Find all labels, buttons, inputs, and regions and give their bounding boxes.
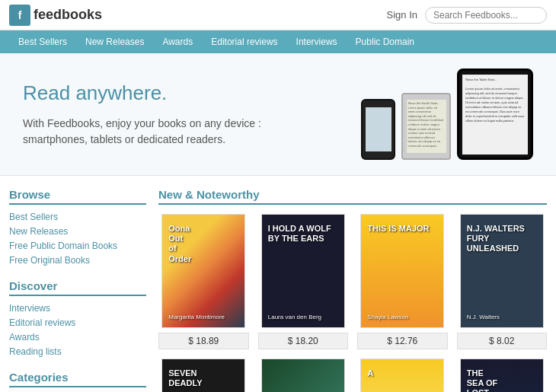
browse-link[interactable]: Free Public Domain Books	[9, 241, 117, 251]
book-cover: SEVEN DEADLY	[161, 359, 245, 392]
book-price: $ 18.89	[158, 333, 249, 349]
book-cover-author: Shayla Lawson	[364, 311, 440, 324]
hero-description: With Feedbooks, enjoy your books on any …	[23, 116, 361, 148]
book-cover-title: A	[364, 365, 440, 381]
book-cover-author: Margarita Montimore	[165, 311, 241, 324]
book-card[interactable]: N.J. WALTERS FURY UNLEASHEDN.J. Walters$…	[457, 214, 548, 349]
browse-link[interactable]: New Releases	[9, 226, 68, 237]
hero-devices: Steve the Kindle Note...Lorem ipsum dolo…	[361, 69, 533, 160]
tablet-screen: Steve the Tablet Note...Lorem ipsum dolo…	[462, 75, 528, 155]
books-section: New & Noteworthy Oona Out of OrderMargar…	[158, 188, 547, 392]
logo[interactable]: f feedbooks	[9, 5, 102, 26]
book-cover-title: SEVEN DEADLY	[165, 365, 241, 391]
book-card[interactable]: SEVEN DEADLY	[158, 359, 249, 392]
nav-item-new-releases[interactable]: New Releases	[76, 30, 153, 53]
book-cover: THIS IS MAJORShayla Lawson	[360, 214, 444, 328]
phone-screen	[366, 107, 391, 151]
new-noteworthy-title: New & Noteworthy	[158, 188, 547, 205]
discover-link[interactable]: Awards	[9, 332, 40, 343]
nav-item-editorial-reviews[interactable]: Editorial reviews	[202, 30, 286, 53]
nav-item-best-sellers[interactable]: Best Sellers	[9, 30, 76, 53]
book-card[interactable]: A	[357, 359, 448, 392]
hero-title: Read anywhere.	[23, 81, 361, 105]
hero-section: Read anywhere. With Feedbooks, enjoy you…	[0, 53, 556, 176]
book-card[interactable]: THE SEA OF LOST	[457, 359, 548, 392]
book-cover: THE SEA OF LOST	[460, 359, 544, 392]
book-price: $ 18.20	[258, 333, 349, 349]
book-cover-title: N.J. WALTERS FURY UNLEASHED	[464, 221, 540, 257]
book-cover: I HOLD A WOLF BY THE EARSLaura van den B…	[261, 214, 345, 328]
discover-link[interactable]: Interviews	[9, 303, 50, 314]
book-card[interactable]: I HOLD A WOLF BY THE EARSLaura van den B…	[258, 214, 349, 349]
hero-text: Read anywhere. With Feedbooks, enjoy you…	[23, 81, 361, 148]
discover-section-title: Discover	[9, 279, 146, 296]
browse-link[interactable]: Free Original Books	[9, 255, 90, 266]
book-cover	[261, 359, 345, 392]
discover-links: InterviewsEditorial reviewsAwardsReading…	[9, 301, 146, 359]
kindle-device: Steve the Kindle Note...Lorem ipsum dolo…	[401, 93, 451, 160]
book-cover-author: Laura van den Berg	[265, 311, 341, 324]
browse-section-title: Browse	[9, 188, 146, 205]
book-price: $ 12.76	[357, 333, 448, 349]
book-card[interactable]: THIS IS MAJORShayla Lawson$ 12.76	[357, 214, 448, 349]
browse-link[interactable]: Best Sellers	[9, 212, 58, 222]
main-content: Browse Best SellersNew ReleasesFree Publ…	[0, 176, 556, 392]
logo-icon: f	[9, 5, 30, 26]
book-card[interactable]: Oona Out of OrderMargarita Montimore$ 18…	[158, 214, 249, 349]
book-cover: A	[360, 359, 444, 392]
logo-text: feedbooks	[34, 7, 102, 23]
header-right: Sign In	[387, 7, 547, 24]
book-cover-title: THE SEA OF LOST	[464, 365, 540, 392]
kindle-screen: Steve the Kindle Note...Lorem ipsum dolo…	[407, 100, 446, 153]
discover-link[interactable]: Editorial reviews	[9, 317, 75, 328]
book-cover-title: Oona Out of Order	[165, 221, 241, 267]
books-grid: Oona Out of OrderMargarita Montimore$ 18…	[158, 214, 547, 392]
header: f feedbooks Sign In	[0, 0, 556, 30]
book-cover-title: I HOLD A WOLF BY THE EARS	[265, 221, 341, 247]
book-cover-title: THIS IS MAJOR	[364, 221, 440, 237]
sign-in-link[interactable]: Sign In	[387, 9, 417, 21]
book-card[interactable]	[258, 359, 349, 392]
sidebar: Browse Best SellersNew ReleasesFree Publ…	[9, 188, 146, 392]
book-cover: N.J. WALTERS FURY UNLEASHEDN.J. Walters	[460, 214, 544, 328]
book-price: $ 8.02	[457, 333, 548, 349]
phone-device	[361, 99, 395, 160]
search-input[interactable]	[425, 7, 547, 24]
nav-item-awards[interactable]: Awards	[153, 30, 202, 53]
nav-item-interviews[interactable]: Interviews	[287, 30, 347, 53]
nav-bar: Best SellersNew ReleasesAwardsEditorial …	[0, 30, 556, 53]
book-cover: Oona Out of OrderMargarita Montimore	[161, 214, 245, 328]
tablet-device: Steve the Tablet Note...Lorem ipsum dolo…	[457, 69, 533, 160]
nav-item-public-domain[interactable]: Public Domain	[347, 30, 423, 53]
browse-links: Best SellersNew ReleasesFree Public Doma…	[9, 209, 146, 267]
discover-link[interactable]: Reading lists	[9, 346, 62, 357]
categories-section-title: Categories	[9, 371, 146, 387]
book-cover-author: N.J. Walters	[464, 311, 540, 324]
